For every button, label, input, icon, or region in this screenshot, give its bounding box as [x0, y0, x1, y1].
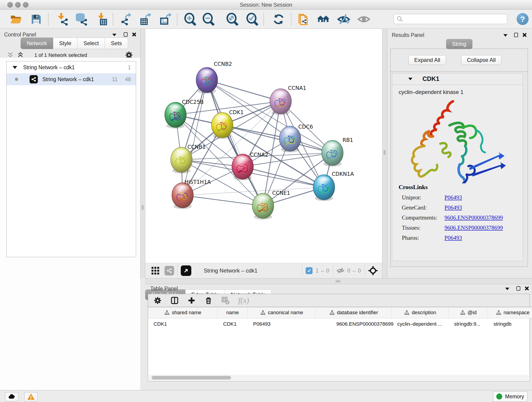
string-document-button[interactable] [297, 13, 310, 26]
cell-description[interactable]: cyclin–dependent ... [392, 318, 449, 330]
tab-string[interactable]: String [446, 39, 472, 49]
hidden-eye-slash-icon[interactable] [336, 267, 345, 275]
zoom-selected-button[interactable] [246, 13, 259, 26]
network-node-CCNA2[interactable] [232, 154, 253, 180]
zoom-out-button[interactable] [202, 13, 215, 26]
save-session-button[interactable] [30, 13, 43, 26]
tab-style[interactable]: Style [53, 38, 77, 49]
export-image-button[interactable] [160, 13, 173, 26]
fit-content-crosshair-icon[interactable] [368, 266, 378, 276]
show-columns-icon[interactable] [171, 296, 179, 305]
cell-namespace[interactable]: stringdb [488, 318, 532, 330]
right-splitter-handle[interactable] [384, 150, 386, 155]
column-header-database-identifier[interactable]: database identifier [316, 307, 392, 318]
export-table-button[interactable] [139, 13, 152, 26]
crosslink-link[interactable]: P06493 [444, 204, 462, 211]
table-options-gear-icon[interactable] [153, 296, 162, 305]
refresh-button[interactable] [272, 13, 285, 26]
delete-trash-icon[interactable] [204, 296, 213, 305]
collapse-all-chevrons-icon[interactable] [7, 51, 14, 58]
column-header-namespace[interactable]: namespace [488, 307, 532, 318]
import-network-from-database-button[interactable] [75, 13, 88, 26]
results-panel-menu-caret-icon[interactable] [503, 34, 507, 37]
import-network-button[interactable] [56, 13, 69, 26]
network-node-CCNA1[interactable] [270, 89, 291, 115]
search-box[interactable] [394, 14, 507, 24]
edge-CCNB2-CCNE1[interactable] [207, 80, 263, 206]
horizontal-splitter[interactable] [145, 278, 532, 284]
cell--id[interactable]: stringdb:9... [449, 318, 488, 330]
tab-sets[interactable]: Sets [105, 38, 128, 49]
string-network-graph[interactable]: CCNB2CCNA1CDC25BCDK1CDC6RB1CCNB1CCNA2CDK… [145, 29, 382, 263]
cell-canonical-name[interactable]: P06493 [248, 318, 316, 330]
grid-view-icon[interactable] [151, 266, 160, 275]
help-button[interactable]: ? [517, 13, 529, 25]
open-session-button[interactable] [9, 13, 23, 26]
control-panel-close-icon[interactable] [132, 32, 136, 37]
table-row[interactable]: CDK1CDK1P064939606.ENSP00000378699cyclin… [148, 318, 532, 330]
network-node-CDC6[interactable] [279, 126, 301, 153]
expand-all-chevrons-icon[interactable] [17, 51, 24, 58]
expand-all-button[interactable]: Expand All [409, 55, 446, 65]
network-canvas[interactable]: CCNB2CCNA1CDC25BCDK1CDC6RB1CCNB1CCNA2CDK… [145, 29, 382, 263]
edge-CCNB2-HIST1H1A[interactable] [183, 80, 207, 195]
birdseye-navigator-button[interactable] [181, 265, 191, 276]
crosslink-link[interactable]: P06493 [444, 235, 462, 241]
add-column-icon[interactable] [187, 296, 196, 305]
memory-button[interactable]: Memory [493, 391, 527, 402]
warnings-button[interactable] [24, 392, 38, 401]
right-splitter[interactable] [382, 29, 387, 278]
crosslink-link[interactable]: P06493 [444, 194, 462, 201]
import-table-button[interactable] [95, 13, 108, 26]
cell-shared-name[interactable]: CDK1 [148, 318, 218, 330]
horizontal-splitter-handle[interactable] [336, 280, 341, 282]
cdk1-section-header[interactable]: CDK1 [392, 73, 523, 85]
edge-HIST1H1A-CCNE1[interactable] [183, 195, 263, 206]
search-input[interactable] [403, 16, 501, 22]
table-panel-float-icon[interactable] [516, 286, 520, 291]
cell-database-identifier[interactable]: 9606.ENSP00000378699 [316, 318, 392, 330]
results-panel-close-icon[interactable] [522, 33, 526, 37]
home-networks-button[interactable] [317, 13, 330, 26]
hide-unhide-button[interactable] [337, 13, 350, 26]
crosslink-link[interactable]: 9606.ENSP00000378699 [444, 225, 503, 231]
cloud-button[interactable] [5, 392, 18, 401]
network-node-HIST1H1A[interactable] [172, 183, 193, 209]
table-scrollbar-thumb[interactable] [152, 376, 231, 380]
network-node-CCNB1[interactable] [171, 147, 192, 173]
table-horizontal-scrollbar[interactable] [148, 375, 529, 381]
network-node-CCNE1[interactable] [252, 193, 274, 220]
tab-select[interactable]: Select [77, 38, 105, 49]
network-collection-row[interactable]: String Network – cdk1 1 [7, 61, 136, 73]
network-share-button[interactable] [165, 266, 174, 275]
string-results-scroll-area[interactable]: CDK1 cyclin–dependent kinase 1 [391, 72, 527, 266]
edge-CCNB2-CCNA1[interactable] [207, 80, 281, 101]
collection-disclosure-icon[interactable] [13, 66, 17, 69]
show-graphics-button[interactable] [357, 13, 370, 26]
collapse-all-button[interactable]: Collapse All [461, 55, 501, 65]
network-node-CDKN1A[interactable] [313, 175, 335, 201]
column-header--id[interactable]: @id [449, 307, 488, 318]
column-header-name[interactable]: name [218, 307, 248, 318]
control-panel-menu-caret-icon[interactable] [112, 34, 116, 36]
network-node-RB1[interactable] [322, 140, 343, 167]
export-network-button[interactable] [120, 13, 133, 26]
network-node-CCNB2[interactable] [196, 67, 218, 94]
column-header-description[interactable]: description [392, 307, 449, 318]
left-splitter[interactable] [140, 29, 145, 278]
network-node-CDC25B[interactable] [165, 102, 186, 128]
control-panel-float-icon[interactable] [124, 32, 128, 37]
left-splitter-handle[interactable] [142, 205, 144, 210]
tab-network[interactable]: Network [21, 38, 53, 49]
network-row-selected[interactable]: String Network – cdk1 11 48 [7, 73, 136, 85]
table-panel-menu-caret-icon[interactable] [505, 288, 509, 290]
zoom-in-button[interactable] [184, 13, 197, 26]
cdk1-disclosure-icon[interactable] [408, 78, 412, 80]
selected-nodes-checkbox[interactable] [306, 267, 312, 274]
column-header-shared-name[interactable]: shared name [148, 307, 218, 318]
cell-name[interactable]: CDK1 [218, 318, 248, 330]
column-header-canonical-name[interactable]: canonical name [248, 307, 316, 318]
zoom-fit-button[interactable] [226, 13, 239, 26]
network-node-CDK1[interactable] [211, 113, 233, 139]
crosslink-link[interactable]: 9606.ENSP00000378699 [444, 215, 503, 221]
